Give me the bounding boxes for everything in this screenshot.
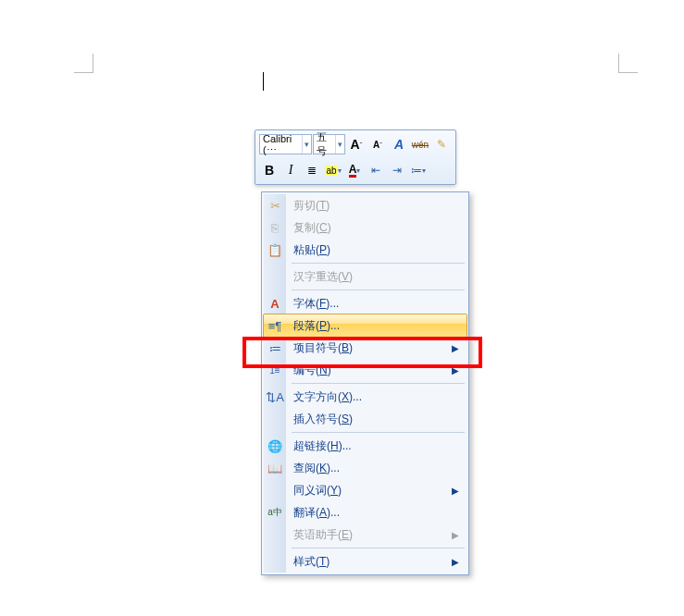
menu-text-direction[interactable]: ⇅A 文字方向(X)... (264, 386, 466, 408)
font-color-icon: A (349, 164, 357, 178)
menu-lookup-label: 查阅(K)... (286, 461, 466, 476)
decrease-indent-button[interactable]: ⇤ (366, 159, 386, 181)
menu-separator (292, 383, 465, 384)
font-size-combo[interactable]: 五号 ▾ (313, 134, 345, 154)
submenu-arrow-icon: ▶ (452, 530, 466, 540)
menu-hyperlink[interactable]: 🌐 超链接(H)... (264, 435, 466, 457)
toolbar-row-2: B I ≣ ab▾ A▾ ⇤ ⇥ ≔▾ (257, 158, 454, 182)
grow-font-button[interactable]: Aˇ (346, 133, 367, 155)
menu-cut: ✂ 剪切(T) (264, 194, 466, 216)
font-icon: A (264, 297, 286, 311)
menu-bullets[interactable]: ≔ 项目符号(B) ▶ (264, 337, 466, 359)
mini-toolbar: Calibri (⋯ ▾ 五号 ▾ Aˇ Aˇ A wén ✎ B I ≣ ab… (255, 129, 456, 185)
page-corner-top-right (618, 54, 638, 73)
align-center-icon: ≣ (307, 164, 317, 177)
document-canvas[interactable] (0, 0, 684, 120)
text-direction-icon: ⇅A (264, 390, 286, 404)
text-effects-icon: A (394, 137, 404, 152)
highlight-button[interactable]: ab▾ (323, 159, 343, 181)
chevron-down-icon[interactable]: ▾ (335, 135, 344, 154)
menu-paste-label: 粘贴(P) (286, 242, 466, 258)
bullets-button[interactable]: ≔▾ (408, 159, 429, 181)
shrink-font-button[interactable]: Aˇ (367, 133, 388, 155)
char-shading-icon: wén (412, 140, 429, 150)
submenu-arrow-icon: ▶ (452, 365, 466, 376)
bullets-list-icon: ≔ (264, 341, 286, 355)
menu-numbering-label: 编号(N) (286, 363, 452, 378)
increase-indent-icon: ⇥ (392, 164, 402, 177)
menu-styles-label: 样式(T) (286, 554, 452, 570)
font-name-combo[interactable]: Calibri (⋯ ▾ (259, 134, 312, 154)
menu-paste[interactable]: 📋 粘贴(P) (264, 239, 466, 261)
menu-styles[interactable]: 样式(T) ▶ (264, 550, 466, 573)
cut-icon: ✂ (264, 199, 286, 213)
menu-lookup[interactable]: 📖 查阅(K)... (264, 457, 466, 479)
menu-separator (292, 263, 465, 264)
format-painter-icon: ✎ (437, 138, 446, 151)
font-name-value: Calibri (⋯ (260, 133, 302, 156)
menu-english-assistant: 英语助手(E) ▶ (264, 524, 466, 546)
grow-font-icon: A (351, 137, 360, 152)
bold-icon: B (265, 163, 274, 178)
text-effects-button[interactable]: A (389, 133, 409, 155)
font-color-button[interactable]: A▾ (344, 159, 365, 181)
menu-font[interactable]: A 字体(F)... (264, 292, 466, 314)
menu-font-label: 字体(F)... (286, 296, 466, 312)
menu-english-assistant-label: 英语助手(E) (286, 527, 452, 543)
context-menu: ✂ 剪切(T) ⎘ 复制(C) 📋 粘贴(P) 汉字重选(V) A 字体(F).… (261, 191, 469, 575)
menu-copy: ⎘ 复制(C) (264, 216, 466, 239)
italic-icon: I (289, 163, 293, 178)
menu-translate[interactable]: a中 翻译(A)... (264, 501, 466, 524)
menu-separator (292, 432, 465, 433)
menu-insert-symbol-label: 插入符号(S) (286, 412, 466, 427)
menu-synonyms[interactable]: 同义词(Y) ▶ (264, 479, 466, 501)
bullets-icon: ≔ (411, 164, 422, 177)
toolbar-row-1: Calibri (⋯ ▾ 五号 ▾ Aˇ Aˇ A wén ✎ (257, 132, 454, 156)
paste-icon: 📋 (264, 243, 286, 257)
menu-paragraph-label: 段落(P)... (286, 318, 466, 334)
menu-separator (292, 290, 465, 290)
increase-indent-button[interactable]: ⇥ (387, 159, 407, 181)
highlight-icon: ab (325, 166, 337, 176)
menu-hyperlink-label: 超链接(H)... (286, 438, 466, 454)
format-painter-button[interactable]: ✎ (431, 133, 452, 155)
menu-text-direction-label: 文字方向(X)... (286, 389, 466, 405)
italic-button[interactable]: I (280, 159, 301, 181)
hyperlink-icon: 🌐 (264, 439, 286, 453)
shrink-font-icon: A (373, 140, 379, 150)
menu-synonyms-label: 同义词(Y) (286, 483, 452, 499)
menu-copy-label: 复制(C) (286, 220, 466, 236)
menu-reconvert-label: 汉字重选(V) (286, 269, 466, 285)
translate-icon: a中 (264, 506, 286, 519)
menu-reconvert: 汉字重选(V) (264, 265, 466, 288)
page-corner-top-left (74, 54, 93, 73)
font-size-value: 五号 (314, 130, 336, 158)
char-shading-button[interactable]: wén (410, 133, 430, 155)
center-button[interactable]: ≣ (302, 159, 322, 181)
numbering-icon: 1≡ (264, 365, 286, 376)
decrease-indent-icon: ⇤ (371, 164, 380, 177)
menu-bullets-label: 项目符号(B) (286, 340, 452, 356)
menu-insert-symbol[interactable]: 插入符号(S) (264, 408, 466, 430)
menu-paragraph[interactable]: ≡¶ 段落(P)... (263, 314, 467, 338)
copy-icon: ⎘ (264, 221, 286, 235)
submenu-arrow-icon: ▶ (452, 343, 466, 353)
menu-numbering[interactable]: 1≡ 编号(N) ▶ (264, 359, 466, 381)
text-cursor (263, 72, 264, 91)
menu-separator (292, 548, 465, 548)
submenu-arrow-icon: ▶ (452, 557, 466, 567)
menu-translate-label: 翻译(A)... (286, 505, 466, 521)
submenu-arrow-icon: ▶ (452, 486, 466, 496)
menu-cut-label: 剪切(T) (286, 198, 466, 214)
chevron-down-icon[interactable]: ▾ (302, 135, 311, 154)
lookup-icon: 📖 (264, 462, 286, 475)
paragraph-icon: ≡¶ (264, 319, 286, 333)
bold-button[interactable]: B (259, 159, 280, 181)
